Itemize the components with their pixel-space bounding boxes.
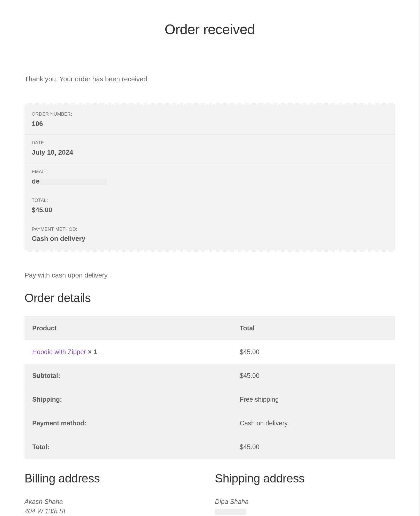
shipping-label: Shipping:: [25, 387, 232, 411]
order-number-value: 106: [32, 118, 388, 129]
payment-method-label: PAYMENT METHOD:: [32, 226, 388, 233]
details-total-value: $45.00: [232, 435, 395, 459]
subtotal-value: $45.00: [232, 364, 395, 387]
col-product: Product: [25, 316, 232, 340]
billing-address: Akash Shaha 404 W 13th St Austin, TX 787…: [25, 497, 205, 516]
row-total: Total: $45.00: [25, 435, 395, 459]
shipping-value: Free shipping: [232, 387, 395, 411]
details-total-label: Total:: [25, 435, 232, 459]
order-number-label: ORDER NUMBER:: [32, 110, 388, 118]
email-visible-prefix: de: [32, 177, 39, 185]
thankyou-message: Thank you. Your order has been received.: [25, 74, 395, 85]
receipt-row-total: TOTAL: $45.00: [25, 192, 395, 220]
shipping-column: Shipping address Dipa Shaha Austin, TX 7…: [215, 469, 395, 516]
receipt-row-order-number: ORDER NUMBER: 106: [25, 103, 395, 134]
shipping-address: Dipa Shaha Austin, TX 78701 (512): [215, 497, 395, 516]
page-title: Order received: [25, 18, 395, 40]
billing-heading: Billing address: [25, 469, 205, 488]
table-row: Hoodie with Zipper × 1 $45.00: [25, 340, 395, 364]
date-label: DATE:: [32, 139, 388, 147]
billing-column: Billing address Akash Shaha 404 W 13th S…: [25, 469, 205, 516]
receipt-row-email: EMAIL: de: [25, 163, 395, 192]
receipt-row-date: DATE: July 10, 2024: [25, 134, 395, 163]
order-received-page: Order received Thank you. Your order has…: [0, 0, 420, 516]
billing-street: 404 W 13th St: [25, 506, 205, 516]
total-label: TOTAL:: [32, 197, 388, 204]
payment-method-value: Cash on delivery: [32, 233, 388, 244]
details-payment-method-label: Payment method:: [25, 411, 232, 435]
row-subtotal: Subtotal: $45.00: [25, 364, 395, 387]
shipping-name: Dipa Shaha: [215, 497, 395, 507]
email-label: EMAIL:: [32, 168, 388, 176]
address-columns: Billing address Akash Shaha 404 W 13th S…: [25, 469, 395, 516]
subtotal-label: Subtotal:: [25, 364, 232, 387]
product-qty: × 1: [88, 348, 97, 355]
row-shipping: Shipping: Free shipping: [25, 387, 395, 411]
shipping-street-redacted: [215, 506, 395, 516]
details-payment-method-value: Cash on delivery: [232, 411, 395, 435]
product-link[interactable]: Hoodie with Zipper: [32, 348, 86, 355]
shipping-heading: Shipping address: [215, 469, 395, 488]
billing-name: Akash Shaha: [25, 497, 205, 507]
row-payment-method: Payment method: Cash on delivery: [25, 411, 395, 435]
total-value: $45.00: [32, 205, 388, 216]
order-overview-receipt: ORDER NUMBER: 106 DATE: July 10, 2024 EM…: [25, 103, 395, 252]
email-redacted: [39, 179, 107, 185]
cell-product: Hoodie with Zipper × 1: [25, 340, 232, 364]
cell-line-total: $45.00: [232, 340, 395, 364]
payment-note: Pay with cash upon delivery.: [25, 270, 395, 281]
order-details-table: Product Total Hoodie with Zipper × 1 $45…: [25, 316, 395, 459]
col-total: Total: [232, 316, 395, 340]
date-value: July 10, 2024: [32, 147, 388, 158]
order-details-heading: Order details: [25, 289, 395, 308]
email-value: de: [32, 176, 388, 187]
table-header-row: Product Total: [25, 316, 395, 340]
receipt-row-payment-method: PAYMENT METHOD: Cash on delivery: [25, 221, 395, 252]
